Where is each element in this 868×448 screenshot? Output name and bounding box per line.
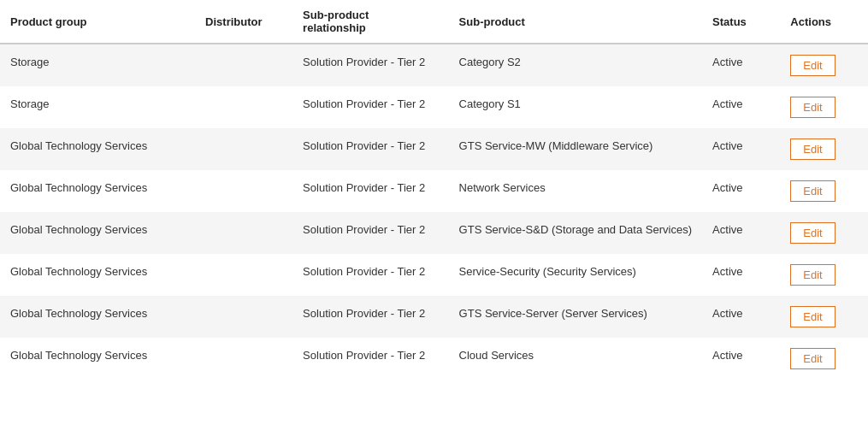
actions-cell: Edit [780,254,868,296]
edit-button[interactable]: Edit [790,348,835,369]
status-cell: Active [702,86,780,128]
header-subproduct: Sub-product [449,0,703,44]
subproduct-relationship-cell: Solution Provider - Tier 2 [292,212,448,254]
product-group-cell: Storage [0,44,195,86]
status-cell: Active [702,296,780,338]
subproduct-relationship-cell: Solution Provider - Tier 2 [292,254,448,296]
distributor-cell [195,254,292,296]
status-cell: Active [702,212,780,254]
subproduct-relationship-cell: Solution Provider - Tier 2 [292,44,448,86]
product-group-cell: Global Technology Services [0,254,195,296]
edit-button[interactable]: Edit [790,264,835,286]
actions-cell: Edit [780,212,868,254]
subproduct-cell: Category S2 [449,44,703,86]
product-group-cell: Global Technology Services [0,338,195,380]
subproduct-cell: GTS Service-S&D (Storage and Data Servic… [449,212,703,254]
header-distributor: Distributor [195,0,292,44]
edit-button[interactable]: Edit [790,55,835,76]
status-cell: Active [702,44,780,86]
edit-button[interactable]: Edit [790,222,835,244]
distributor-cell [195,128,292,170]
header-actions: Actions [780,0,868,44]
header-status: Status [702,0,780,44]
distributor-cell [195,338,292,380]
subproduct-cell: Category S1 [449,86,703,128]
table-row: Global Technology ServicesSolution Provi… [0,338,868,380]
subproduct-relationship-cell: Solution Provider - Tier 2 [292,128,448,170]
subproduct-cell: Cloud Services [449,338,703,380]
table-row: Global Technology ServicesSolution Provi… [0,128,868,170]
distributor-cell [195,212,292,254]
subproduct-relationship-cell: Solution Provider - Tier 2 [292,86,448,128]
product-group-cell: Global Technology Services [0,296,195,338]
status-cell: Active [702,128,780,170]
actions-cell: Edit [780,128,868,170]
subproduct-relationship-cell: Solution Provider - Tier 2 [292,338,448,380]
product-group-cell: Global Technology Services [0,170,195,212]
subproduct-cell: GTS Service-Server (Server Services) [449,296,703,338]
subproduct-cell: Service-Security (Security Services) [449,254,703,296]
subproduct-relationship-cell: Solution Provider - Tier 2 [292,296,448,338]
product-group-cell: Global Technology Services [0,212,195,254]
actions-cell: Edit [780,296,868,338]
edit-button[interactable]: Edit [790,306,835,327]
actions-cell: Edit [780,44,868,86]
subproduct-relationship-cell: Solution Provider - Tier 2 [292,170,448,212]
table-row: StorageSolution Provider - Tier 2Categor… [0,44,868,86]
actions-cell: Edit [780,86,868,128]
table-row: Global Technology ServicesSolution Provi… [0,296,868,338]
subproduct-cell: Network Services [449,170,703,212]
product-group-cell: Storage [0,86,195,128]
table-row: Global Technology ServicesSolution Provi… [0,212,868,254]
edit-button[interactable]: Edit [790,97,835,118]
actions-cell: Edit [780,170,868,212]
table-row: StorageSolution Provider - Tier 2Categor… [0,86,868,128]
distributor-cell [195,86,292,128]
main-table-container: Product group Distributor Sub-productrel… [0,0,868,380]
status-cell: Active [702,254,780,296]
distributor-cell [195,296,292,338]
edit-button[interactable]: Edit [790,139,835,160]
subproduct-cell: GTS Service-MW (Middleware Service) [449,128,703,170]
table-header-row: Product group Distributor Sub-productrel… [0,0,868,44]
table-row: Global Technology ServicesSolution Provi… [0,170,868,212]
table-row: Global Technology ServicesSolution Provi… [0,254,868,296]
distributor-cell [195,170,292,212]
header-product-group: Product group [0,0,195,44]
edit-button[interactable]: Edit [790,180,835,202]
actions-cell: Edit [780,338,868,380]
product-group-cell: Global Technology Services [0,128,195,170]
status-cell: Active [702,338,780,380]
distributor-cell [195,44,292,86]
status-cell: Active [702,170,780,212]
data-table: Product group Distributor Sub-productrel… [0,0,868,380]
header-subproduct-relationship: Sub-productrelationship [292,0,448,44]
